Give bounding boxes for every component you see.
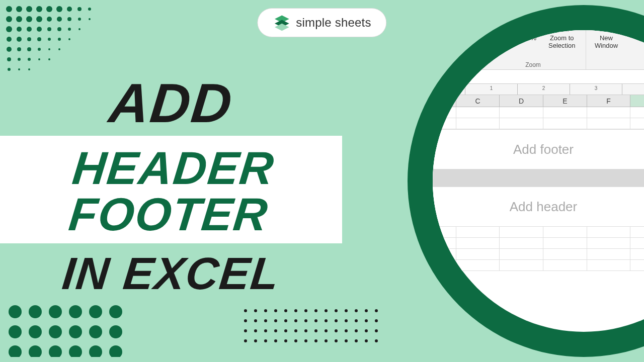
col-header-g[interactable]: G: [630, 95, 644, 107]
svg-point-103: [345, 329, 348, 332]
svg-point-85: [304, 319, 307, 322]
headings-label: Headings: [437, 30, 467, 38]
zoom-100-button[interactable]: 100%: [517, 30, 539, 44]
svg-point-49: [49, 305, 62, 318]
svg-point-48: [29, 305, 42, 318]
group-label-zoom: Zoom: [525, 59, 541, 68]
new-window-button[interactable]: New Window: [592, 30, 621, 51]
grid-row[interactable]: [433, 249, 644, 260]
ribbon-group-show: Formula Bar es Headings Show: [433, 30, 480, 69]
grid-row[interactable]: [433, 107, 644, 118]
add-footer-placeholder[interactable]: Add footer: [433, 129, 644, 169]
svg-point-109: [264, 339, 267, 342]
grid-area-bottom: [433, 227, 644, 271]
svg-point-80: [254, 319, 257, 322]
new-window-icon: [599, 30, 614, 32]
col-header-c[interactable]: C: [456, 95, 500, 107]
svg-point-79: [244, 319, 247, 322]
svg-point-55: [49, 325, 62, 338]
svg-point-6: [67, 7, 72, 12]
col-header-d[interactable]: D: [500, 95, 543, 107]
svg-point-99: [304, 329, 307, 332]
svg-point-90: [355, 319, 358, 322]
svg-point-94: [254, 329, 257, 332]
svg-point-86: [314, 319, 317, 322]
svg-point-83: [284, 319, 287, 322]
svg-point-78: [375, 309, 378, 312]
svg-point-104: [355, 329, 358, 332]
svg-point-120: [375, 339, 378, 342]
svg-point-91: [365, 319, 368, 322]
svg-point-57: [89, 325, 102, 338]
title-line-3: IN EXCEL: [0, 251, 345, 296]
ruler-segment: 4: [622, 84, 644, 95]
svg-point-31: [58, 38, 61, 41]
svg-point-51: [89, 305, 102, 318]
svg-point-113: [304, 339, 307, 342]
svg-point-32: [68, 38, 70, 40]
col-header-f[interactable]: F: [587, 95, 631, 107]
svg-point-112: [294, 339, 297, 342]
svg-point-43: [48, 58, 50, 60]
svg-point-29: [37, 37, 41, 41]
svg-point-70: [294, 309, 297, 312]
grid-row[interactable]: [433, 227, 644, 238]
svg-point-54: [29, 325, 42, 338]
svg-point-81: [264, 319, 267, 322]
svg-point-1: [16, 6, 22, 12]
svg-point-2: [26, 6, 32, 12]
svg-point-0: [6, 6, 12, 12]
svg-point-27: [17, 37, 22, 42]
grid-row[interactable]: [433, 118, 644, 129]
logo-pill: simple sheets: [257, 8, 386, 37]
svg-point-14: [57, 17, 62, 22]
grid-row[interactable]: [433, 238, 644, 249]
svg-point-71: [304, 309, 307, 312]
svg-point-74: [335, 309, 338, 312]
sheet-100-icon: [520, 30, 535, 32]
ribbon-group-window: New Window: [586, 30, 626, 69]
svg-point-89: [345, 319, 348, 322]
formula-bar[interactable]: [433, 70, 644, 84]
svg-point-7: [77, 7, 82, 11]
svg-point-100: [314, 329, 317, 332]
svg-point-58: [109, 325, 122, 338]
svg-point-111: [284, 339, 287, 342]
svg-line-130: [567, 30, 569, 31]
svg-point-36: [38, 48, 41, 51]
svg-point-18: [6, 26, 12, 32]
svg-point-96: [274, 329, 277, 332]
add-header-placeholder[interactable]: Add header: [433, 187, 644, 227]
svg-point-107: [244, 339, 247, 342]
svg-point-41: [28, 58, 31, 61]
svg-point-28: [27, 37, 31, 41]
svg-point-23: [57, 27, 61, 31]
title-line-1: ADD: [0, 75, 345, 131]
zoom-label: Zoom: [491, 34, 508, 42]
svg-point-12: [36, 16, 42, 22]
zoom-to-selection-button[interactable]: Zoom to Selection: [545, 30, 578, 51]
svg-point-33: [7, 47, 12, 52]
svg-point-10: [16, 16, 22, 22]
svg-point-105: [365, 329, 368, 332]
col-header-e[interactable]: E: [543, 95, 587, 107]
svg-point-108: [254, 339, 257, 342]
page-gap: [433, 169, 644, 187]
svg-point-62: [69, 345, 82, 357]
checkbox-headings[interactable]: es Headings: [433, 30, 467, 38]
col-header-b[interactable]: B: [433, 95, 456, 107]
ruler-segment: [433, 84, 465, 95]
new-window-label-2: Window: [595, 42, 618, 49]
svg-point-52: [109, 305, 122, 318]
svg-point-73: [325, 309, 328, 312]
svg-point-77: [365, 309, 368, 312]
svg-point-119: [365, 339, 368, 342]
grid-row[interactable]: [433, 260, 644, 271]
svg-point-37: [48, 48, 50, 50]
svg-point-45: [18, 68, 20, 70]
svg-point-46: [28, 68, 30, 70]
svg-point-17: [89, 18, 91, 20]
svg-point-64: [109, 345, 122, 357]
ribbon-group-zoom: Zoom 100% Zoom to Selection Zoom: [480, 30, 586, 69]
zoom-button[interactable]: Zoom: [488, 30, 511, 44]
